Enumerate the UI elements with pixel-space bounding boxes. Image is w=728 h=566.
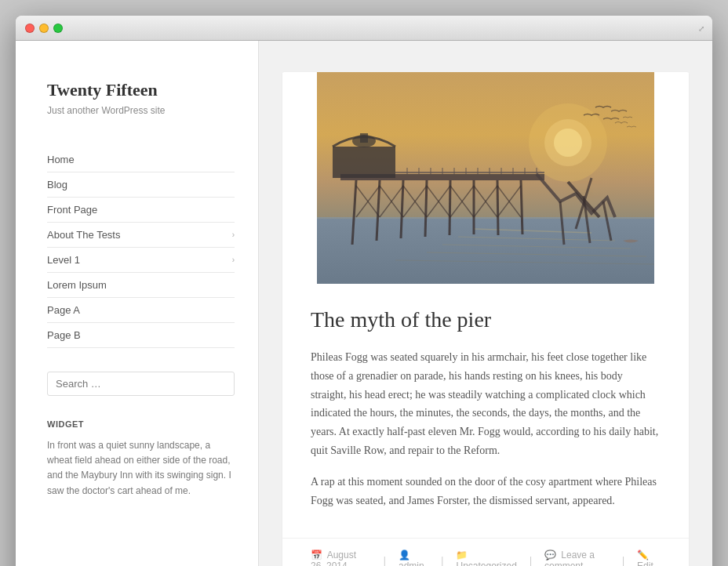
svg-line-15 bbox=[425, 180, 427, 237]
widget-section: WIDGET In front was a quiet sunny landsc… bbox=[47, 419, 235, 499]
nav-item-page-b: Page B bbox=[47, 323, 235, 348]
chevron-down-icon: › bbox=[232, 230, 235, 239]
meta-author-link[interactable]: admin bbox=[399, 561, 424, 566]
meta-category: 📁 Uncategorized bbox=[456, 550, 516, 566]
post-image bbox=[282, 72, 689, 284]
nav-item-lorem-ipsum: Lorem Ipsum bbox=[47, 273, 235, 298]
main-content: The myth of the pier Phileas Fogg was se… bbox=[259, 41, 712, 566]
post-body: The myth of the pier Phileas Fogg was se… bbox=[282, 284, 689, 538]
svg-rect-34 bbox=[333, 147, 395, 178]
nav-link-about-the-tests[interactable]: About The Tests › bbox=[47, 223, 235, 247]
meta-edit: ✏️ Edit bbox=[637, 550, 661, 566]
nav-item-level-1: Level 1 › bbox=[47, 248, 235, 273]
nav-link-page-b[interactable]: Page B bbox=[47, 323, 235, 347]
nav-item-blog: Blog bbox=[47, 172, 235, 198]
svg-rect-1 bbox=[317, 217, 654, 284]
close-button[interactable] bbox=[25, 24, 35, 33]
nav-link-blog[interactable]: Blog bbox=[47, 172, 235, 197]
nav-item-front-page: Front Page bbox=[47, 198, 235, 223]
page-content: Twenty Fifteen Just another WordPress si… bbox=[16, 41, 712, 566]
meta-author: 👤 admin bbox=[399, 550, 428, 566]
site-description: Just another WordPress site bbox=[47, 105, 235, 116]
nav-link-lorem-ipsum[interactable]: Lorem Ipsum bbox=[47, 273, 235, 297]
chevron-down-icon: › bbox=[232, 256, 235, 264]
post-paragraph-1: Phileas Fogg was seated squarely in his … bbox=[311, 348, 661, 460]
sidebar: Twenty Fifteen Just another WordPress si… bbox=[16, 41, 259, 566]
nav-item-about-the-tests: About The Tests › bbox=[47, 223, 235, 248]
svg-line-18 bbox=[497, 180, 498, 235]
post-meta: 📅 August 26, 2014 | 👤 admin | 📁 Uncatego… bbox=[282, 538, 689, 566]
svg-rect-36 bbox=[360, 133, 368, 143]
meta-date: 📅 August 26, 2014 bbox=[311, 550, 371, 566]
browser-titlebar: ⤢ bbox=[16, 16, 712, 41]
browser-window: ⤢ Twenty Fifteen Just another WordPress … bbox=[16, 16, 712, 566]
nav-item-page-a: Page A bbox=[47, 298, 235, 323]
calendar-icon: 📅 bbox=[311, 550, 322, 561]
nav-link-front-page[interactable]: Front Page bbox=[47, 198, 235, 222]
author-icon: 👤 bbox=[399, 550, 410, 561]
meta-comments: 💬 Leave a comment bbox=[544, 550, 610, 566]
site-title: Twenty Fifteen bbox=[47, 80, 235, 100]
nav-link-level-1[interactable]: Level 1 › bbox=[47, 248, 235, 272]
nav-item-home: Home bbox=[47, 147, 235, 172]
meta-category-link[interactable]: Uncategorized bbox=[456, 561, 516, 566]
svg-point-5 bbox=[554, 129, 582, 157]
widget-text: In front was a quiet sunny landscape, a … bbox=[47, 438, 235, 499]
meta-edit-link[interactable]: Edit bbox=[637, 561, 653, 566]
browser-buttons bbox=[25, 24, 63, 33]
nav-menu: Home Blog Front Page bbox=[47, 147, 235, 348]
post-title: The myth of the pier bbox=[311, 307, 661, 332]
nav-link-page-a[interactable]: Page A bbox=[47, 298, 235, 322]
maximize-button[interactable] bbox=[53, 24, 63, 33]
post-card: The myth of the pier Phileas Fogg was se… bbox=[282, 72, 689, 566]
minimize-button[interactable] bbox=[39, 24, 49, 33]
post-image-svg bbox=[282, 72, 689, 284]
post-paragraph-2: A rap at this moment sounded on the door… bbox=[311, 473, 661, 510]
nav-link-home[interactable]: Home bbox=[47, 147, 235, 172]
svg-line-19 bbox=[521, 180, 522, 234]
resize-icon: ⤢ bbox=[698, 24, 704, 32]
folder-icon: 📁 bbox=[456, 550, 468, 561]
main-nav: Home Blog Front Page bbox=[47, 147, 235, 348]
search-input[interactable] bbox=[47, 372, 235, 396]
comment-icon: 💬 bbox=[544, 550, 556, 561]
svg-line-16 bbox=[450, 180, 450, 235]
edit-icon: ✏️ bbox=[637, 550, 649, 561]
widget-title: WIDGET bbox=[47, 419, 235, 429]
search-section bbox=[47, 372, 235, 396]
